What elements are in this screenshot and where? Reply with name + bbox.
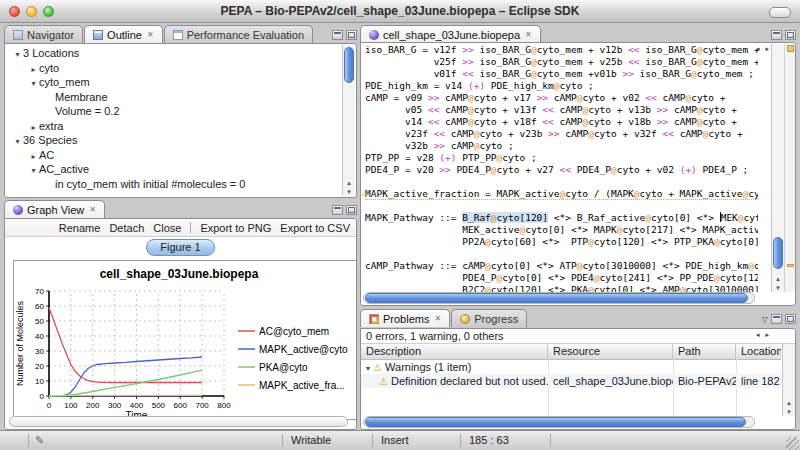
minimize-view-button[interactable] xyxy=(771,30,782,40)
graph-toolbar-button[interactable]: Export to CSV xyxy=(280,222,350,234)
minimize-view-button[interactable] xyxy=(771,314,782,324)
scrollbar-arrows[interactable]: ▴▾ xyxy=(772,274,784,292)
disclosure-down-icon[interactable]: ▾ xyxy=(366,364,370,373)
svg-text:30: 30 xyxy=(35,347,44,356)
code-line: cAMP = v09 >> cAMP@cyto + v17 >> cAMP@cy… xyxy=(365,92,758,104)
warning-overview-mark[interactable] xyxy=(787,264,794,267)
maximize-view-button[interactable] xyxy=(785,314,796,324)
tree-item[interactable]: ▸cyto xyxy=(6,61,340,76)
code-line xyxy=(365,176,758,188)
outline-vertical-scrollbar[interactable]: ▴▾ xyxy=(342,45,355,196)
figure-tab-button[interactable]: Figure 1 xyxy=(146,239,214,256)
group-label: Warnings (1 item) xyxy=(385,361,471,373)
graph-toolbar-button[interactable]: Export to PNG xyxy=(200,222,271,234)
tree-item[interactable]: Volume = 0.2 xyxy=(6,104,340,119)
svg-text:AC@cyto_mem: AC@cyto_mem xyxy=(259,326,329,337)
graph-toolbar-button[interactable]: Close xyxy=(153,222,181,234)
tree-item[interactable]: in cyto_mem with initial #molecules = 0 xyxy=(6,177,340,192)
svg-text:cell_shape_03June.biopepa: cell_shape_03June.biopepa xyxy=(100,267,259,281)
code-line: iso_BAR_G = v12f >> iso_BAR_G@cyto_mem +… xyxy=(365,44,758,56)
editor-horizontal-scrollbar[interactable] xyxy=(363,292,755,304)
close-tab-icon[interactable]: ✕ xyxy=(434,314,441,323)
view-menu-icon[interactable]: ▽ xyxy=(762,315,768,324)
problem-resource: cell_shape_03June.biopepa xyxy=(548,374,673,388)
edit-mode-icon: ✎ xyxy=(35,431,44,450)
tab-graph-view[interactable]: Graph View ✕ xyxy=(4,200,105,218)
close-tab-icon[interactable]: ✕ xyxy=(147,30,154,39)
maximize-view-button[interactable] xyxy=(346,30,357,40)
outline-icon xyxy=(93,30,103,40)
svg-text:MAPK_active_fra...: MAPK_active_fra... xyxy=(259,380,345,391)
tab-editor-biopepa[interactable]: cell_shape_03June.biopepa ✕ xyxy=(360,25,541,43)
disclosure-down-icon[interactable]: ▾ xyxy=(28,77,39,92)
divider xyxy=(372,434,373,447)
overview-ruler[interactable] xyxy=(784,44,795,292)
scrollbar-arrows[interactable]: ◂ ▸ xyxy=(756,43,771,304)
problems-summary: 0 errors, 1 warning, 0 others xyxy=(361,329,795,344)
tab-label: Navigator xyxy=(27,29,74,41)
graph-toolbar-button[interactable]: Detach xyxy=(109,222,144,234)
problems-item-row[interactable]: ⚠Definition declared but not used. cell_… xyxy=(361,374,781,388)
graph-toolbar-button[interactable]: Rename xyxy=(59,222,101,234)
scrollbar-thumb[interactable] xyxy=(365,417,746,427)
close-tab-icon[interactable]: ✕ xyxy=(525,30,532,39)
tree-item[interactable]: ▾cyto_mem xyxy=(6,75,340,90)
tree-item[interactable]: ▸extra xyxy=(6,119,340,134)
chart-container: 0100200300400500600700800010203040506070… xyxy=(13,260,357,420)
column-description[interactable]: Description xyxy=(361,344,548,359)
code-line: cAMP_Pathway ::= cAMP@cyto[0] <*> ATP@cy… xyxy=(365,260,758,272)
code-line: PDE4_P@cyto[0] <*> PDE4@cyto[241] <*> PP… xyxy=(365,272,758,284)
navigator-icon xyxy=(13,30,23,40)
toolbar-toggle-button[interactable] xyxy=(769,7,791,18)
close-tab-icon[interactable]: ✕ xyxy=(89,205,96,214)
toolbar-separator xyxy=(190,222,191,233)
scrollbar-arrows[interactable]: ▴▾ xyxy=(783,398,795,416)
tab-performance-evaluation[interactable]: Performance Evaluation xyxy=(164,25,313,43)
tree-item-label: in cyto_mem with initial #molecules = 0 xyxy=(55,178,245,190)
status-insert-mode: Insert xyxy=(381,431,409,450)
tree-item[interactable]: Membrane xyxy=(6,90,340,105)
code-editor[interactable]: iso_BAR_G = v12f >> iso_BAR_G@cyto_mem +… xyxy=(365,44,758,292)
scrollbar-arrows[interactable]: ▴▾ xyxy=(343,178,355,196)
problems-vertical-scrollbar[interactable]: ▴▾ xyxy=(782,344,795,416)
code-line: MEK_active@cyto[0] <*> MAPK@cyto[217] <*… xyxy=(365,224,758,236)
tree-item[interactable]: ▾3 Locations xyxy=(6,46,340,61)
editor-vertical-scrollbar[interactable]: ▴▾ xyxy=(771,44,784,292)
figure-tab-row: Figure 1 xyxy=(5,237,356,257)
disclosure-down-icon[interactable]: ▾ xyxy=(12,135,23,150)
maximize-view-button[interactable] xyxy=(346,205,357,215)
problems-table-header: Description Resource Path Location xyxy=(361,344,781,360)
tree-item-label: extra xyxy=(39,120,63,132)
tab-label: Performance Evaluation xyxy=(187,29,304,41)
disclosure-down-icon[interactable]: ▾ xyxy=(12,48,23,63)
outline-tree: ▾3 Locations▸cyto▾cyto_memMembraneVolume… xyxy=(6,46,340,195)
tab-problems[interactable]: Problems ✕ xyxy=(360,309,450,327)
code-line: v32b >> cAMP@cyto ; xyxy=(365,140,758,152)
disclosure-down-icon[interactable]: ▾ xyxy=(28,164,39,179)
outline-tab-row: Navigator Outline ✕ Performance Evaluati… xyxy=(4,25,357,43)
editor-view: cell_shape_03June.biopepa ✕ iso_BAR_G = … xyxy=(360,25,796,306)
tree-item[interactable]: ▾AC_active xyxy=(6,162,340,177)
tree-item[interactable]: ▾36 Species xyxy=(6,133,340,148)
status-writable: Writable xyxy=(291,431,331,450)
tab-outline[interactable]: Outline ✕ xyxy=(84,25,163,43)
maximize-view-button[interactable] xyxy=(785,30,796,40)
resize-grip[interactable] xyxy=(786,437,799,450)
scrollbar-arrows[interactable]: ◂ ▸ xyxy=(756,329,771,428)
column-resource[interactable]: Resource xyxy=(548,344,673,359)
minimize-view-button[interactable] xyxy=(332,30,343,40)
scrollbar-thumb[interactable] xyxy=(773,237,783,269)
annotation-toggle-icon[interactable] xyxy=(787,45,794,52)
minimize-view-button[interactable] xyxy=(332,205,343,215)
tab-navigator[interactable]: Navigator xyxy=(4,25,83,43)
svg-text:200: 200 xyxy=(86,401,100,410)
graph-horizontal-scrollbar[interactable] xyxy=(9,416,348,427)
svg-text:700: 700 xyxy=(195,401,209,410)
column-path[interactable]: Path xyxy=(673,344,736,359)
tree-item[interactable]: ▸AC xyxy=(6,148,340,163)
problems-horizontal-scrollbar[interactable] xyxy=(363,416,755,428)
problems-group-row[interactable]: ▾ ⚠Warnings (1 item) xyxy=(361,360,781,374)
scrollbar-thumb[interactable] xyxy=(365,293,748,303)
tab-progress[interactable]: Progress xyxy=(451,309,527,327)
scrollbar-thumb[interactable] xyxy=(344,47,354,83)
